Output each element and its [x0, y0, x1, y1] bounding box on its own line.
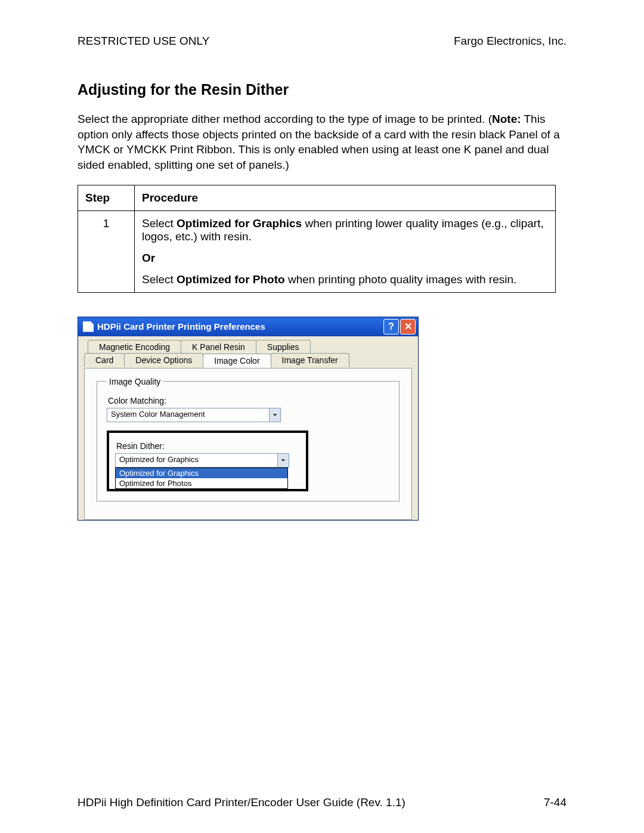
color-matching-combo[interactable]: System Color Management [107, 408, 281, 422]
chevron-down-icon[interactable] [269, 408, 280, 422]
intro-note-label: Note: [492, 113, 521, 125]
tab-device-options[interactable]: Device Options [124, 353, 203, 367]
preferences-dialog: HDPii Card Printer Printing Preferences … [78, 317, 419, 521]
header-right: Fargo Electronics, Inc. [454, 35, 566, 48]
p2c: when printing photo quality images with … [285, 273, 517, 286]
p1b: Optimized for Graphics [177, 217, 302, 230]
table-header-row: Step Procedure [78, 185, 556, 210]
color-matching-value: System Color Management [107, 408, 269, 422]
step-number: 1 [78, 210, 135, 292]
dialog-title: HDPii Card Printer Printing Preferences [97, 321, 382, 332]
p2a: Select [142, 273, 177, 286]
tab-magnetic-encoding[interactable]: Magnetic Encoding [88, 340, 181, 354]
p2b: Optimized for Photo [177, 273, 285, 286]
color-matching-label: Color Matching: [108, 396, 389, 405]
resin-dither-dropdown[interactable]: Optimized for Graphics Optimized for Pho… [115, 467, 288, 489]
printer-icon [83, 321, 94, 332]
group-legend: Image Quality [107, 377, 163, 386]
tab-row-back: Magnetic Encoding K Panel Resin Supplies [88, 340, 412, 354]
titlebar[interactable]: HDPii Card Printer Printing Preferences … [78, 317, 418, 336]
col-step: Step [78, 185, 135, 210]
tab-card[interactable]: Card [84, 353, 125, 367]
help-button[interactable]: ? [383, 319, 399, 335]
chevron-down-icon[interactable] [277, 454, 289, 467]
col-procedure: Procedure [135, 185, 556, 210]
resin-dither-highlight: Resin Dither: Optimized for Graphics Opt… [107, 431, 308, 491]
option-optimized-graphics[interactable]: Optimized for Graphics [116, 468, 287, 478]
page-title: Adjusting for the Resin Dither [78, 81, 566, 98]
intro-pre: Select the appropriate dither method acc… [78, 113, 492, 125]
tab-panel: Image Quality Color Matching: System Col… [84, 368, 412, 520]
tab-k-panel-resin[interactable]: K Panel Resin [181, 340, 256, 354]
or-label: Or [142, 252, 548, 265]
tab-supplies[interactable]: Supplies [256, 340, 311, 354]
table-row: 1 Select Optimized for Graphics when pri… [78, 210, 556, 292]
step-procedure: Select Optimized for Graphics when print… [135, 210, 556, 292]
close-button[interactable]: ✕ [400, 319, 416, 335]
header-left: RESTRICTED USE ONLY [78, 35, 209, 48]
tab-image-color[interactable]: Image Color [203, 354, 271, 368]
resin-dither-value: Optimized for Graphics [116, 454, 277, 467]
image-quality-group: Image Quality Color Matching: System Col… [97, 377, 400, 501]
footer-right: 7-44 [544, 796, 566, 809]
tab-image-transfer[interactable]: Image Transfer [271, 353, 349, 367]
footer-left: HDPii High Definition Card Printer/Encod… [78, 796, 405, 809]
option-optimized-photos[interactable]: Optimized for Photos [116, 478, 287, 488]
procedure-table: Step Procedure 1 Select Optimized for Gr… [78, 185, 556, 293]
tab-row-front: Card Device Options Image Color Image Tr… [84, 353, 412, 367]
intro-paragraph: Select the appropriate dither method acc… [78, 112, 566, 173]
resin-dither-label: Resin Dither: [116, 441, 300, 451]
p1a: Select [142, 217, 177, 230]
resin-dither-combo[interactable]: Optimized for Graphics [115, 453, 289, 467]
